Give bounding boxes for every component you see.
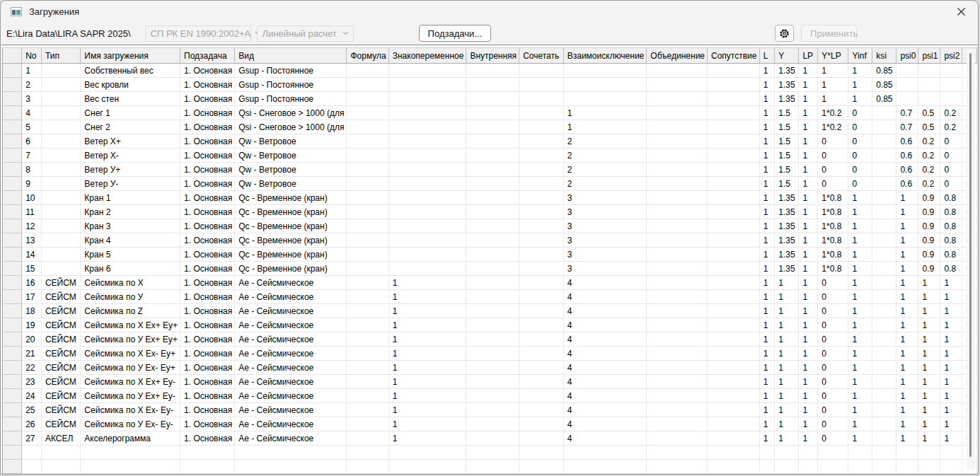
cell[interactable] — [41, 248, 80, 262]
cell[interactable]: 1 — [799, 233, 818, 248]
row-selector[interactable] — [3, 304, 22, 318]
cell[interactable]: 1. Основная — [180, 262, 235, 276]
cell[interactable] — [708, 318, 760, 332]
cell[interactable]: 1.5 — [775, 106, 799, 120]
row-selector[interactable] — [3, 163, 22, 177]
cell[interactable] — [872, 403, 897, 417]
cell[interactable] — [708, 106, 760, 120]
cell[interactable]: 1 — [848, 403, 872, 417]
cell[interactable] — [759, 460, 774, 474]
cell[interactable]: 1 — [775, 332, 799, 347]
cell[interactable] — [388, 460, 466, 474]
cell[interactable]: 0.8 — [940, 219, 962, 233]
row-selector[interactable] — [3, 332, 22, 347]
cell[interactable] — [388, 219, 466, 233]
cell[interactable]: Ае - Сейсмическое — [235, 403, 347, 417]
cell[interactable] — [872, 205, 897, 219]
cell[interactable] — [347, 177, 388, 191]
cell[interactable]: 1 — [848, 64, 872, 78]
cell[interactable]: 4 — [563, 361, 647, 375]
cell[interactable]: 20 — [22, 332, 42, 347]
cell[interactable]: Ае - Сейсмическое — [235, 332, 347, 347]
cell[interactable] — [647, 375, 708, 389]
cell[interactable] — [708, 347, 760, 361]
cell[interactable]: 1 — [799, 332, 818, 347]
cell[interactable]: 1 — [897, 233, 918, 248]
cell[interactable]: 1*0.8 — [818, 233, 848, 248]
cell[interactable] — [347, 78, 388, 92]
cell[interactable] — [466, 304, 519, 318]
cell[interactable]: Ае - Сейсмическое — [235, 318, 347, 332]
cell[interactable] — [647, 347, 708, 361]
cell[interactable]: 1 — [775, 417, 799, 431]
cell[interactable] — [708, 149, 760, 163]
cell[interactable] — [347, 361, 388, 375]
cell[interactable] — [708, 120, 760, 134]
cell[interactable]: 1 — [848, 332, 872, 347]
cell[interactable] — [759, 446, 774, 460]
cell[interactable]: 1. Основная — [180, 149, 235, 163]
cell[interactable]: 1 — [388, 347, 466, 361]
cell[interactable]: 8 — [22, 163, 42, 177]
cell[interactable]: 1 — [388, 361, 466, 375]
cell[interactable] — [647, 262, 708, 276]
cell[interactable]: 1 — [940, 347, 962, 361]
cell[interactable]: 1.35 — [775, 205, 799, 219]
cell[interactable] — [347, 149, 388, 163]
cell[interactable]: 1 — [759, 205, 774, 219]
cell[interactable]: 1 — [799, 177, 818, 191]
cell[interactable]: 1 — [848, 431, 872, 446]
row-selector[interactable] — [3, 389, 22, 403]
cell[interactable] — [872, 361, 897, 375]
cell[interactable]: Qw - Ветровое — [235, 163, 347, 177]
cell[interactable]: СЕЙСМ — [41, 304, 80, 318]
cell[interactable]: 1 — [848, 205, 872, 219]
row-selector[interactable] — [3, 276, 22, 290]
cell[interactable] — [647, 92, 708, 106]
cell[interactable]: 1 — [848, 304, 872, 318]
cell[interactable] — [940, 446, 962, 460]
cell[interactable]: 1 — [799, 205, 818, 219]
cell[interactable]: 1 — [799, 78, 818, 92]
cell[interactable] — [872, 318, 897, 332]
cell[interactable] — [347, 389, 388, 403]
cell[interactable] — [647, 177, 708, 191]
cell[interactable]: Ветер У+ — [81, 163, 180, 177]
cell[interactable] — [41, 205, 80, 219]
cell[interactable]: 1 — [759, 276, 774, 290]
cell[interactable] — [519, 233, 564, 248]
cell[interactable] — [347, 64, 388, 78]
cell[interactable]: 0.9 — [918, 248, 940, 262]
cell[interactable] — [519, 290, 564, 304]
cell[interactable] — [519, 120, 564, 134]
cell[interactable] — [519, 134, 564, 149]
cell[interactable]: Qc - Временное (кран) — [235, 205, 347, 219]
cell[interactable] — [466, 177, 519, 191]
cell[interactable] — [466, 163, 519, 177]
cell[interactable]: 1 — [775, 276, 799, 290]
cell[interactable]: 0.8 — [940, 191, 962, 205]
cell[interactable]: 26 — [22, 417, 42, 431]
cell[interactable]: 3 — [563, 191, 647, 205]
cell[interactable]: Gsup - Постоянное — [235, 92, 347, 106]
cell[interactable]: 1 — [918, 361, 940, 375]
cell[interactable]: Ае - Сейсмическое — [235, 361, 347, 375]
cell[interactable] — [519, 332, 564, 347]
cell[interactable]: 1. Основная — [180, 332, 235, 347]
cell[interactable]: 1 — [940, 304, 962, 318]
cell[interactable]: 1 — [759, 417, 774, 431]
cell[interactable]: 1 — [775, 347, 799, 361]
cell[interactable]: СЕЙСМ — [41, 347, 80, 361]
cell[interactable]: 1 — [759, 134, 774, 149]
cell[interactable]: 1. Основная — [180, 431, 235, 446]
cell[interactable] — [708, 248, 760, 262]
cell[interactable]: 1. Основная — [180, 347, 235, 361]
cell[interactable]: СЕЙСМ — [41, 290, 80, 304]
cell[interactable]: 0.85 — [872, 78, 897, 92]
cell[interactable]: 2 — [22, 78, 42, 92]
cell[interactable]: СЕЙСМ — [41, 276, 80, 290]
cell[interactable]: 1 — [918, 389, 940, 403]
cell[interactable]: 1 — [918, 375, 940, 389]
cell[interactable]: 1. Основная — [180, 389, 235, 403]
cell[interactable]: Qc - Временное (кран) — [235, 191, 347, 205]
